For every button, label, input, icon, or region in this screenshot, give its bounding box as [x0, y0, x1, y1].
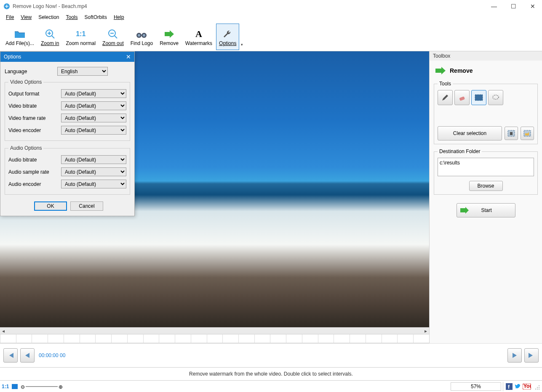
toolbar-zoom-in[interactable]: Zoom in — [38, 24, 62, 50]
toolbar-options[interactable]: Options — [216, 24, 239, 50]
video-preview[interactable]: Options ✕ Language English Video Options… — [0, 51, 429, 327]
dialog-close-icon[interactable]: ✕ — [126, 53, 131, 60]
load-selection-button[interactable] — [521, 127, 534, 140]
remove-arrow-icon — [435, 66, 446, 75]
menu-bar: File View Selection Tools SoftOrbits Hel… — [0, 13, 542, 22]
svg-point-22 — [537, 389, 538, 389]
svg-rect-7 — [459, 96, 465, 101]
zoom-out-icon — [107, 27, 118, 41]
language-select[interactable]: English — [57, 67, 108, 76]
marquee-icon — [475, 94, 483, 101]
audio-options-label: Audio Options — [8, 145, 43, 151]
facebook-icon[interactable]: f — [506, 383, 513, 390]
zoom-out-knob-icon[interactable]: ⊖ — [21, 384, 25, 390]
zoom-in-knob-icon[interactable]: ⊕ — [59, 384, 63, 390]
toolbar-add-files[interactable]: Add File(s)... — [3, 24, 37, 50]
options-dialog: Options ✕ Language English Video Options… — [0, 51, 135, 216]
timeline-ruler[interactable] — [0, 334, 429, 343]
step-back-button[interactable] — [20, 348, 35, 363]
svg-point-21 — [539, 389, 539, 389]
text-a-icon: A — [195, 27, 202, 41]
audio-encoder-select[interactable]: Auto (Default) — [61, 180, 126, 188]
destination-folder-input[interactable] — [438, 158, 534, 176]
output-format-select[interactable]: Auto (Default) — [61, 89, 126, 98]
toolbar: Add File(s)... Zoom in 1:1 Zoom normal Z… — [0, 22, 542, 51]
language-label: Language — [5, 69, 57, 74]
audio-encoder-label: Audio encoder — [8, 181, 61, 187]
menu-help[interactable]: Help — [110, 13, 128, 21]
wrench-icon — [223, 27, 233, 41]
maximize-button[interactable]: ☐ — [507, 3, 519, 10]
eraser-tool[interactable] — [454, 90, 470, 105]
video-bitrate-select[interactable]: Auto (Default) — [61, 101, 126, 110]
close-button[interactable]: ✕ — [527, 3, 539, 10]
title-bar: Remove Logo Now! - Beach.mp4 — ☐ ✕ — [0, 0, 542, 13]
svg-point-20 — [537, 387, 538, 388]
lasso-icon — [492, 94, 499, 101]
binoculars-icon — [136, 27, 147, 41]
svg-point-23 — [535, 389, 536, 389]
goto-start-button[interactable] — [3, 348, 18, 363]
skip-start-icon — [7, 352, 14, 359]
video-options-label: Video Options — [8, 79, 43, 85]
scroll-right-icon[interactable]: ▸ — [422, 328, 429, 334]
toolbar-overflow[interactable]: ▾ — [240, 42, 243, 50]
video-encoder-select[interactable]: Auto (Default) — [61, 126, 126, 135]
toolbar-zoom-out[interactable]: Zoom out — [99, 24, 127, 50]
audio-bitrate-select[interactable]: Auto (Default) — [61, 155, 126, 164]
menu-selection[interactable]: Selection — [35, 13, 62, 21]
youtube-icon[interactable]: You — [523, 384, 531, 389]
toolbar-remove[interactable]: Remove — [157, 24, 182, 50]
svg-point-5 — [138, 34, 140, 37]
video-encoder-label: Video encoder — [8, 127, 61, 133]
cancel-button[interactable]: Cancel — [70, 201, 103, 211]
video-framerate-select[interactable]: Auto (Default) — [61, 114, 126, 122]
destination-folder-label: Destination Folder — [438, 148, 482, 154]
zoom-slider[interactable]: ⊖ ⊕ — [21, 383, 63, 390]
marquee-tool[interactable] — [471, 90, 486, 105]
resize-grip-icon[interactable] — [534, 384, 540, 389]
progress-percent: 57% — [451, 382, 501, 391]
svg-rect-13 — [12, 384, 18, 389]
zoom-in-icon — [45, 27, 56, 41]
start-button[interactable]: Start — [457, 203, 515, 217]
svg-text:You: You — [523, 384, 531, 389]
dialog-title: Options — [4, 54, 21, 60]
preview-hscroll[interactable]: ◂ ▸ — [0, 327, 429, 334]
menu-tools[interactable]: Tools — [63, 13, 81, 21]
browse-button[interactable]: Browse — [469, 181, 503, 191]
load-icon — [523, 130, 531, 137]
status-bar: 1:1 ⊖ ⊕ 57% f You — [0, 380, 542, 392]
scroll-left-icon[interactable]: ◂ — [0, 328, 7, 334]
audio-samplerate-select[interactable]: Auto (Default) — [61, 167, 126, 176]
save-selection-button[interactable] — [505, 127, 518, 140]
tools-label: Tools — [438, 81, 453, 87]
svg-point-19 — [539, 387, 539, 388]
save-icon — [507, 130, 515, 137]
step-forward-icon — [511, 352, 518, 359]
ok-button[interactable]: OK — [34, 201, 67, 211]
clear-selection-button[interactable]: Clear selection — [438, 126, 502, 140]
pencil-tool[interactable] — [438, 90, 453, 105]
menu-view[interactable]: View — [17, 13, 35, 21]
minimize-button[interactable]: — — [488, 3, 500, 10]
fit-icon[interactable] — [11, 384, 18, 389]
step-forward-button[interactable] — [507, 348, 522, 363]
toolbar-find-logo[interactable]: Find Logo — [128, 24, 156, 50]
toolbox-title: Toolbox — [430, 51, 542, 61]
menu-softorbits[interactable]: SoftOrbits — [81, 13, 110, 21]
scale-label[interactable]: 1:1 — [2, 384, 9, 389]
start-arrow-icon — [459, 207, 470, 214]
audio-bitrate-label: Audio bitrate — [8, 157, 61, 163]
svg-rect-11 — [510, 132, 513, 135]
audio-samplerate-label: Audio sample rate — [8, 169, 61, 175]
menu-file[interactable]: File — [3, 13, 17, 21]
twitter-icon[interactable] — [514, 383, 521, 390]
toolbar-watermarks[interactable]: A Watermarks — [182, 24, 215, 50]
goto-end-button[interactable] — [524, 348, 539, 363]
eraser-icon — [458, 94, 466, 101]
skip-end-icon — [528, 352, 535, 359]
toolbar-zoom-normal[interactable]: 1:1 Zoom normal — [63, 24, 99, 50]
lasso-tool[interactable] — [488, 90, 503, 105]
step-back-icon — [24, 352, 31, 359]
